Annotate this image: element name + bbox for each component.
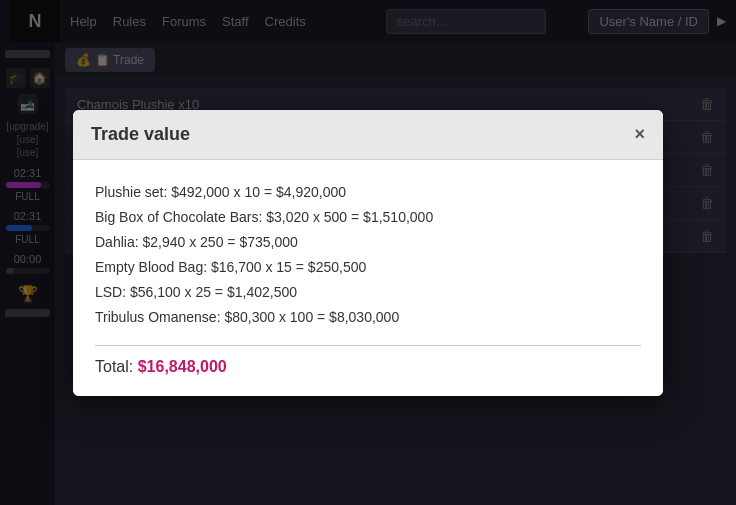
modal-close-button[interactable]: × — [634, 125, 645, 143]
trade-line-1: Big Box of Chocolate Bars: $3,020 x 500 … — [95, 205, 641, 230]
total-amount: $16,848,000 — [138, 358, 227, 375]
trade-line-5: Tribulus Omanense: $80,300 x 100 = $8,03… — [95, 305, 641, 330]
trade-line-4: LSD: $56,100 x 25 = $1,402,500 — [95, 280, 641, 305]
modal-title: Trade value — [91, 123, 190, 144]
modal-total: Total: $16,848,000 — [95, 358, 641, 376]
trade-line-3: Empty Blood Bag: $16,700 x 15 = $250,500 — [95, 255, 641, 280]
trade-line-0: Plushie set: $492,000 x 10 = $4,920,000 — [95, 179, 641, 204]
modal-divider — [95, 345, 641, 346]
modal-body: Plushie set: $492,000 x 10 = $4,920,000 … — [73, 159, 663, 395]
trade-line-2: Dahlia: $2,940 x 250 = $735,000 — [95, 230, 641, 255]
total-label: Total: — [95, 358, 133, 375]
trade-value-modal: Trade value × Plushie set: $492,000 x 10… — [73, 109, 663, 395]
modal-header: Trade value × — [73, 109, 663, 159]
